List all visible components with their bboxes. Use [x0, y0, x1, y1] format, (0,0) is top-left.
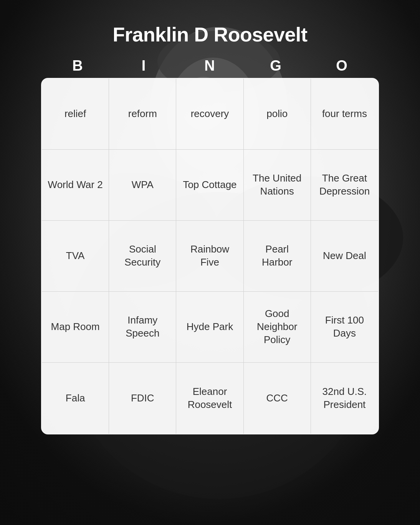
- bingo-cell-13[interactable]: Pearl Harbor: [244, 221, 311, 292]
- bingo-letter-i: I: [113, 58, 175, 74]
- bingo-cell-17[interactable]: Hyde Park: [176, 292, 243, 363]
- bingo-letter-g: G: [245, 58, 307, 74]
- bingo-cell-24[interactable]: 32nd U.S. President: [311, 363, 378, 434]
- bingo-header: BINGO: [41, 58, 379, 74]
- bingo-cell-21[interactable]: FDIC: [109, 363, 176, 434]
- bingo-cell-12[interactable]: Rainbow Five: [176, 221, 243, 292]
- bingo-cell-2[interactable]: recovery: [176, 79, 243, 150]
- bingo-cell-8[interactable]: The United Nations: [244, 150, 311, 221]
- bingo-cell-16[interactable]: Infamy Speech: [109, 292, 176, 363]
- bingo-cell-4[interactable]: four terms: [311, 79, 378, 150]
- bingo-cell-18[interactable]: Good Neighbor Policy: [244, 292, 311, 363]
- bingo-cell-1[interactable]: reform: [109, 79, 176, 150]
- bingo-cell-11[interactable]: Social Security: [109, 221, 176, 292]
- bingo-cell-0[interactable]: relief: [42, 79, 109, 150]
- bingo-cell-5[interactable]: World War 2: [42, 150, 109, 221]
- bingo-cell-23[interactable]: CCC: [244, 363, 311, 434]
- bingo-letter-o: O: [311, 58, 373, 74]
- bingo-cell-3[interactable]: polio: [244, 79, 311, 150]
- bingo-cell-6[interactable]: WPA: [109, 150, 176, 221]
- page-title: Franklin D Roosevelt: [112, 23, 307, 46]
- bingo-card: reliefreformrecoverypoliofour termsWorld…: [41, 78, 379, 434]
- bingo-cell-22[interactable]: Eleanor Roosevelt: [176, 363, 243, 434]
- bingo-cell-10[interactable]: TVA: [42, 221, 109, 292]
- bingo-grid: reliefreformrecoverypoliofour termsWorld…: [42, 79, 378, 434]
- bingo-cell-14[interactable]: New Deal: [311, 221, 378, 292]
- bingo-letter-n: N: [179, 58, 241, 74]
- bingo-letter-b: B: [47, 58, 109, 74]
- bingo-cell-19[interactable]: First 100 Days: [311, 292, 378, 363]
- bingo-cell-20[interactable]: Fala: [42, 363, 109, 434]
- main-content: Franklin D Roosevelt BINGO reliefreformr…: [0, 0, 420, 525]
- bingo-cell-15[interactable]: Map Room: [42, 292, 109, 363]
- bingo-cell-7[interactable]: Top Cottage: [176, 150, 243, 221]
- bingo-cell-9[interactable]: The Great Depression: [311, 150, 378, 221]
